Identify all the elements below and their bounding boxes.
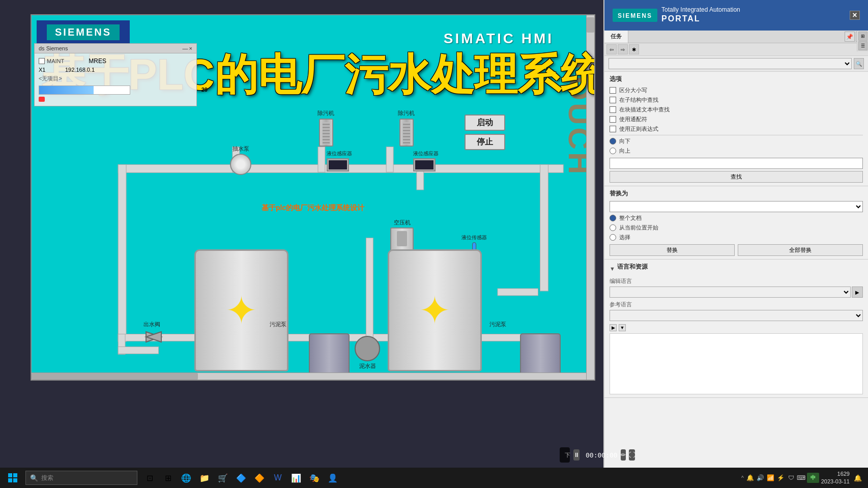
rp-icon-2[interactable]: ⇨	[618, 44, 628, 54]
rp-edit-lang-select[interactable]	[610, 286, 851, 298]
rp-main-select[interactable]	[609, 58, 852, 69]
rp-radio-select[interactable]	[610, 234, 616, 241]
sludge-pump-1-label: 污泥泵	[270, 321, 286, 328]
rp-tab-task[interactable]: 任务	[604, 31, 628, 43]
systray-expand[interactable]: ^	[741, 475, 744, 481]
mud-machine-label: 泥水器	[355, 362, 380, 370]
app-10[interactable]: 👤	[325, 470, 341, 486]
taskbar-time: 1629 2023-03-11	[821, 470, 850, 486]
search-placeholder: 搜索	[41, 474, 53, 482]
rp-cb-sub[interactable]	[610, 97, 616, 103]
svg-rect-10	[118, 334, 125, 355]
rp-replace-select[interactable]	[610, 201, 863, 212]
rp-radio-whole[interactable]	[610, 215, 616, 221]
systray-icon-4[interactable]: ⚡	[776, 473, 786, 482]
login-panel-title: ds Siemens — ×	[35, 44, 196, 53]
rp-cb-case[interactable]	[610, 87, 616, 94]
rp-radio-from-cur[interactable]	[610, 224, 616, 231]
edit-rec-btn[interactable]: ✏	[621, 449, 626, 461]
progress-value: 20	[201, 87, 208, 93]
outlet-valve: 出水阀	[143, 321, 164, 347]
app-5[interactable]: 🔷	[233, 470, 249, 486]
rp-find-btn[interactable]: 查找	[610, 171, 863, 183]
rp-radio-row-4: 从当前位置开始	[610, 224, 863, 232]
rp-title-line1: Totally Integrated Automation	[661, 6, 740, 14]
svg-rect-7	[386, 147, 393, 173]
sludge-pump-2: 污泥泵	[489, 321, 506, 329]
taskbar-search[interactable]: 🔍 搜索	[25, 471, 137, 485]
rp-cb-block[interactable]	[610, 106, 616, 113]
systray-icon-6[interactable]: ⌨	[797, 473, 806, 482]
siemens-text: SIEMENS	[55, 26, 111, 38]
rp-cb-row-2: 在子结构中查找	[610, 96, 863, 104]
app-6[interactable]: 🔶	[251, 470, 268, 486]
rp-close-btn[interactable]: ×	[850, 11, 860, 20]
systray-icon-3[interactable]: 📶	[766, 473, 775, 482]
systray-icon-1[interactable]: 🔔	[746, 473, 755, 482]
widgets-btn[interactable]: ⊞	[160, 470, 176, 486]
rp-panel-collapse[interactable]: ▼	[619, 324, 626, 331]
files-btn[interactable]: 📁	[196, 470, 213, 486]
rp-radio-down[interactable]	[610, 138, 616, 145]
rp-replace-all-btn[interactable]: 全部替换	[738, 244, 863, 256]
fullscreen-btn[interactable]: ⛶	[629, 449, 635, 461]
lang-indicator[interactable]: 中	[807, 473, 819, 483]
rp-search-icon[interactable]: 🔍	[854, 58, 864, 69]
rp-radio-down-label: 向下	[619, 137, 630, 145]
rp-search-input[interactable]	[610, 158, 863, 169]
rp-replace-section: 替换为 整个文档 从当前位置开始 选择 替换 全部替换	[604, 186, 868, 260]
rp-replace-header: 替换为	[610, 189, 863, 198]
word-btn[interactable]: W	[270, 470, 286, 486]
rp-options-section: 选项 区分大小写 在子结构中查找 在块描述文本中查找 使用通配符 使用正则表达式	[604, 72, 868, 186]
rp-siemens-logo: SIEMENS	[618, 12, 652, 19]
rp-cb-wildcard[interactable]	[610, 116, 616, 123]
systray: 🔔 🔊 📶 ⚡ 🛡 ⌨ 中	[746, 473, 819, 483]
svg-rect-2	[540, 164, 548, 291]
app-9[interactable]: 🎭	[306, 470, 323, 486]
svg-rect-6	[318, 147, 325, 173]
rp-replace-btn[interactable]: 替换	[610, 244, 735, 256]
bottom-scrollbar[interactable]	[32, 372, 586, 380]
rp-bottom-panel-header: ▶ ▼	[610, 324, 863, 331]
record-controls: 下 ⏸ 00:00:00 ✏ ⛶	[560, 447, 570, 463]
rp-edit-lang-btn[interactable]: ▶	[852, 286, 863, 298]
scrubber-1: 除污机	[317, 109, 334, 147]
rp-options-header: 选项	[610, 75, 863, 83]
rp-radio-up[interactable]	[610, 148, 616, 154]
rp-icon-1[interactable]: ⇦	[606, 44, 617, 54]
edge-btn[interactable]: 🌐	[178, 470, 194, 486]
taskview-btn[interactable]: ⊡	[141, 470, 158, 486]
rp-cb-row-3: 在块描述文本中查找	[610, 106, 863, 113]
rp-sidebar-icon-2[interactable]: ☰	[858, 41, 867, 50]
rp-lang-header: 语言和资源	[617, 263, 648, 271]
rp-lang-header-row[interactable]: ▼ 语言和资源	[610, 263, 863, 274]
store-btn[interactable]: 🛒	[215, 470, 231, 486]
rp-icon-row: ⇦ ⇨ ✱	[604, 43, 868, 56]
login-panel-minimize[interactable]: —	[183, 45, 188, 51]
scrubber-1-label: 除污机	[317, 109, 334, 117]
login-cb1[interactable]	[39, 58, 45, 64]
rp-ref-lang-select[interactable]	[610, 310, 863, 321]
stop-button[interactable]: 停止	[465, 134, 505, 150]
login-title-text: ds Siemens	[39, 45, 68, 51]
login-panel-close[interactable]: ×	[189, 45, 192, 51]
start-button[interactable]	[0, 468, 25, 488]
rp-cb-row-1: 区分大小写	[610, 87, 863, 94]
login-x1-label: X1	[39, 67, 51, 73]
rp-cb-regex[interactable]	[610, 126, 616, 132]
pause-btn[interactable]: ⏸	[573, 449, 580, 461]
rp-pin-btn[interactable]: 📌	[845, 32, 855, 42]
rp-panel-expand[interactable]: ▶	[610, 324, 617, 331]
outlet-valve-label: 出水阀	[143, 321, 164, 328]
progress-fill	[39, 86, 94, 94]
start-button[interactable]: 启动	[465, 114, 505, 131]
tank-1: ✦ 沉淀池	[194, 249, 288, 380]
liquid-sensor-1: 液位感应器	[327, 150, 352, 171]
rp-title-text: Totally Integrated Automation PORTAL	[661, 6, 740, 24]
rp-icon-3[interactable]: ✱	[629, 44, 639, 54]
app-8[interactable]: 📊	[288, 470, 304, 486]
notification-btn[interactable]: 🔔	[852, 474, 864, 482]
systray-icon-2[interactable]: 🔊	[756, 473, 765, 482]
systray-icon-5[interactable]: 🛡	[787, 473, 796, 482]
rp-sidebar-icon-1[interactable]: ⊞	[858, 32, 867, 41]
